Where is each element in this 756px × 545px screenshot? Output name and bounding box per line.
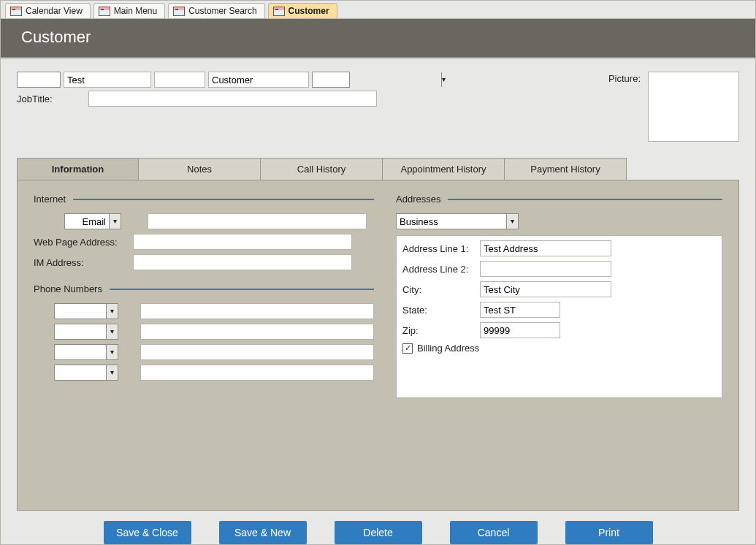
right-column: Addresses ▾ Address Line 1: Address [396, 194, 722, 497]
phone-type-input[interactable] [55, 365, 106, 380]
tab-label: Information [52, 164, 104, 175]
picture-label: Picture: [608, 72, 641, 84]
header-form: ▾ ▾ JobTitle: Picture: [17, 72, 739, 142]
chevron-down-icon[interactable]: ▾ [441, 72, 446, 87]
zip-label: Zip: [402, 325, 476, 336]
chevron-down-icon[interactable]: ▾ [106, 365, 118, 380]
address-type-select[interactable]: ▾ [396, 213, 519, 229]
jobtitle-label: JobTitle: [17, 94, 83, 104]
state-label: State: [402, 305, 476, 316]
tab-notes[interactable]: Notes [139, 158, 261, 180]
phone-type-select-3[interactable]: ▾ [54, 344, 118, 360]
phone-type-input[interactable] [55, 304, 106, 319]
document-tabs: Calendar View Main Menu Customer Search … [1, 1, 755, 19]
chevron-down-icon[interactable]: ▾ [109, 214, 121, 229]
address-line2-input[interactable] [480, 261, 611, 277]
billing-address-checkbox[interactable]: ✓ [402, 343, 413, 354]
app-window: Calendar View Main Menu Customer Search … [0, 0, 756, 545]
doc-tab-label: Calendar View [26, 6, 83, 16]
tab-body-information: Internet ▾ Web Page Address: [17, 180, 739, 511]
address-line2-label: Address Line 2: [402, 264, 476, 275]
phone-type-select-1[interactable]: ▾ [54, 303, 118, 319]
fieldset-phones: Phone Numbers [34, 283, 374, 294]
picture-block: Picture: [608, 72, 739, 142]
chevron-down-icon[interactable]: ▾ [106, 345, 118, 359]
fieldset-label: Phone Numbers [34, 283, 102, 294]
print-button[interactable]: Print [565, 521, 653, 544]
divider [73, 199, 374, 200]
left-column: Internet ▾ Web Page Address: [34, 194, 374, 497]
fieldset-internet: Internet [34, 194, 374, 205]
zip-input[interactable] [480, 322, 560, 338]
doc-tab-main-menu[interactable]: Main Menu [93, 3, 165, 18]
chevron-down-icon[interactable]: ▾ [106, 304, 118, 319]
address-line1-input[interactable] [480, 240, 611, 256]
delete-button[interactable]: Delete [335, 521, 422, 544]
name-block: ▾ ▾ JobTitle: [17, 72, 601, 107]
email-input[interactable] [148, 213, 367, 229]
chevron-down-icon[interactable]: ▾ [506, 214, 518, 229]
form-icon [273, 7, 285, 16]
phone-type-input[interactable] [55, 345, 106, 359]
cancel-button[interactable]: Cancel [450, 521, 538, 544]
form-icon [10, 7, 22, 16]
form-area: ▾ ▾ JobTitle: Picture: [1, 58, 755, 545]
address-type-input[interactable] [397, 214, 506, 229]
doc-tab-customer-search[interactable]: Customer Search [168, 3, 264, 18]
suffix-input[interactable] [313, 72, 441, 87]
email-type-input[interactable] [65, 214, 109, 229]
save-new-button[interactable]: Save & New [219, 521, 307, 544]
page-title-banner: Customer [1, 19, 755, 58]
fieldset-label: Addresses [396, 194, 440, 205]
fieldset-addresses: Addresses [396, 194, 722, 205]
title-prefix-select[interactable]: ▾ [17, 72, 61, 88]
phone-type-select-4[interactable]: ▾ [54, 365, 118, 381]
first-name-input[interactable] [64, 72, 151, 88]
form-icon [173, 7, 185, 16]
tab-label: Appointment History [400, 164, 486, 175]
divider [448, 199, 722, 200]
doc-tab-label: Main Menu [114, 6, 157, 16]
tab-payment-history[interactable]: Payment History [505, 158, 627, 180]
save-close-button[interactable]: Save & Close [104, 521, 191, 544]
webpage-label: Web Page Address: [34, 237, 129, 248]
state-input[interactable] [480, 302, 560, 318]
doc-tab-customer[interactable]: Customer [268, 3, 337, 18]
phone-number-input-4[interactable] [140, 365, 374, 381]
suffix-select[interactable]: ▾ [312, 72, 350, 88]
address-detail-panel: Address Line 1: Address Line 2: City: St… [396, 235, 722, 398]
form-icon [99, 7, 110, 16]
main-tabs: Information Notes Call History Appointme… [17, 158, 739, 180]
address-line1-label: Address Line 1: [402, 243, 476, 254]
city-input[interactable] [480, 281, 611, 297]
phone-number-input-1[interactable] [140, 303, 374, 319]
last-name-input[interactable] [208, 72, 309, 88]
tab-label: Payment History [530, 164, 600, 175]
city-label: City: [402, 284, 476, 295]
footer-buttons: Save & Close Save & New Delete Cancel Pr… [17, 511, 739, 545]
tab-call-history[interactable]: Call History [261, 158, 383, 180]
phone-number-input-3[interactable] [140, 344, 374, 360]
middle-name-input[interactable] [154, 72, 205, 88]
tab-label: Call History [297, 164, 345, 175]
doc-tab-label: Customer [289, 6, 329, 16]
im-label: IM Address: [34, 257, 129, 268]
phone-type-select-2[interactable]: ▾ [54, 324, 118, 340]
doc-tab-label: Customer Search [188, 6, 256, 16]
picture-frame[interactable] [648, 72, 739, 142]
phone-number-input-2[interactable] [140, 324, 374, 340]
phone-type-input[interactable] [55, 324, 106, 339]
tab-information[interactable]: Information [17, 158, 139, 180]
webpage-input[interactable] [133, 234, 352, 250]
fieldset-label: Internet [34, 194, 66, 205]
doc-tab-calendar-view[interactable]: Calendar View [5, 3, 91, 18]
billing-address-label: Billing Address [417, 343, 479, 354]
divider [110, 289, 374, 290]
chevron-down-icon[interactable]: ▾ [106, 324, 118, 339]
email-type-select[interactable]: ▾ [64, 213, 121, 229]
tab-label: Notes [187, 164, 212, 175]
im-input[interactable] [133, 254, 352, 270]
jobtitle-input[interactable] [88, 91, 377, 107]
page-title: Customer [21, 28, 91, 46]
tab-appointment-history[interactable]: Appointment History [383, 158, 505, 180]
